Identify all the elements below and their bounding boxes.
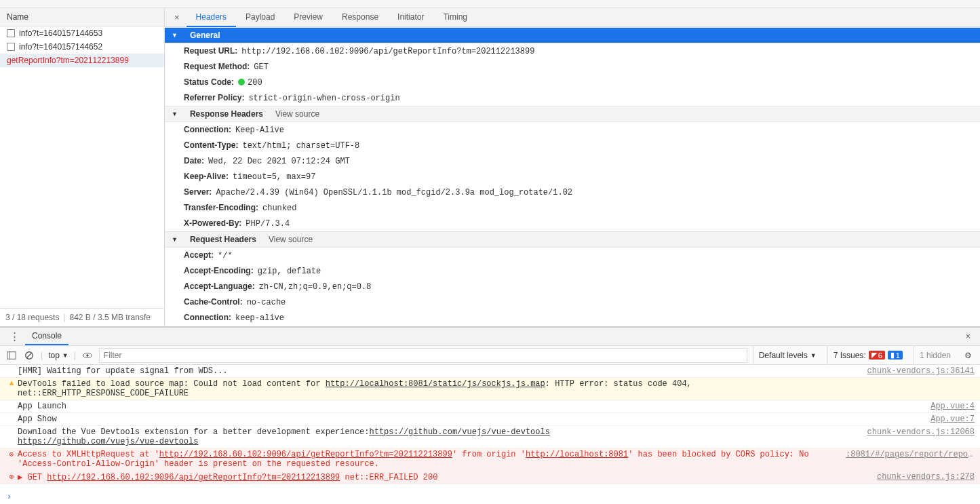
console-row: ▲DevTools failed to load source map: Cou… [0,378,980,400]
filter-input[interactable] [99,348,747,363]
header-row: Keep-Alive:timeout=5, max=97 [165,169,980,185]
console-message: ▶ GET http://192.168.60.102:9096/api/get… [18,472,846,482]
request-detail-pane: × HeadersPayloadPreviewResponseInitiator… [165,8,980,326]
console-row: [HMR] Waiting for update signal from WDS… [0,365,980,378]
header-row: Server:Apache/2.4.39 (Win64) OpenSSL/1.1… [165,185,980,200]
header-row: Accept-Encoding:gzip, deflate [165,263,980,279]
console-row: Download the Vue Devtools extension for … [0,426,980,448]
header-row: X-Powered-By:PHP/7.3.4 [165,216,980,231]
error-badge: ◤6 [869,351,885,360]
section-request-headers[interactable]: ▼ Request Headers View source [165,231,980,248]
console-message: [HMR] Waiting for update signal from WDS… [18,366,846,376]
chevron-down-icon: ▼ [172,111,178,117]
warning-icon: ▲ [5,379,18,387]
kebab-menu-icon[interactable]: ⋮ [4,330,25,343]
drawer-tabs: ⋮ Console × [0,328,980,346]
checkbox-icon[interactable] [7,43,15,51]
console-row: App ShowApp.vue:7 [0,413,980,426]
section-response-headers[interactable]: ▼ Response Headers View source [165,106,980,122]
header-row: Transfer-Encoding:chunked [165,200,980,216]
request-name: getReportInfo?tm=202112213899 [7,56,129,65]
request-item[interactable]: getReportInfo?tm=202112213899 [0,54,164,67]
view-source-link[interactable]: View source [269,235,313,244]
error-icon: ⊗ [5,450,18,459]
status-dot-icon [238,79,245,85]
console-log: [HMR] Waiting for update signal from WDS… [0,365,980,489]
tab-preview[interactable]: Preview [284,8,332,27]
request-list-pane: Name info?t=1640157144653info?t=16401571… [0,8,165,326]
console-link[interactable]: http://localhost:8081 [526,450,628,459]
close-icon[interactable]: × [168,12,187,22]
request-name: info?t=1640157144652 [19,42,102,52]
chevron-down-icon: ▼ [172,236,178,243]
console-toolbar: | top ▼ | Default levels ▼ 7 Issues: ◤6 … [0,346,980,365]
levels-selector[interactable]: Default levels ▼ [753,346,822,364]
console-link[interactable]: http://192.168.60.102:9096/api/getReport… [159,450,452,459]
console-message: DevTools failed to load source map: Coul… [18,379,846,398]
request-item[interactable]: info?t=1640157144653 [0,26,164,40]
source-link[interactable]: chunk-vendors.js:12068 [846,427,975,437]
source-link[interactable]: chunk-vendors.js:36141 [846,366,975,376]
chevron-down-icon: ▼ [62,352,68,359]
console-message: App Show [18,414,846,424]
error-icon: ⊗ [5,472,18,481]
issues-button[interactable]: 7 Issues: ◤6 ▮1 [827,346,908,364]
header-row: Date:Wed, 22 Dec 2021 07:12:24 GMT [165,153,980,169]
close-icon[interactable]: × [960,332,976,341]
status-code-value: 200 [238,78,262,88]
section-general[interactable]: ▼ General [165,27,980,43]
svg-rect-0 [7,351,16,359]
chevron-down-icon: ▼ [172,32,178,39]
tab-response[interactable]: Response [332,8,388,27]
header-row: Cache-Control:no-cache [165,294,980,310]
console-link[interactable]: https://github.com/vuejs/vue-devtools [18,437,198,446]
network-panel: Name info?t=1640157144653info?t=16401571… [0,8,980,327]
request-item[interactable]: info?t=1640157144652 [0,40,164,54]
tab-initiator[interactable]: Initiator [388,8,433,27]
console-link[interactable]: http://192.168.60.102:9096/api/getReport… [47,473,340,482]
header-row: Accept:*/* [165,248,980,263]
console-drawer: ⋮ Console × | top ▼ | Default levels ▼ 7… [0,327,980,504]
checkbox-icon[interactable] [7,29,15,37]
request-status-bar: 3 / 18 requests | 842 B / 3.5 MB transfe [0,308,164,326]
context-selector[interactable]: top ▼ [48,351,68,360]
console-link[interactable]: https://github.com/vuejs/vue-devtools [369,427,549,437]
hidden-count[interactable]: 1 hidden [914,346,956,364]
detail-body: ▼ General Request URL:http://192.168.60.… [165,27,980,326]
request-list: info?t=1640157144653info?t=1640157144652… [0,26,164,308]
tab-timing[interactable]: Timing [433,8,477,27]
svg-point-5 [86,354,89,357]
console-link[interactable]: http://localhost:8081/static/js/sockjs.j… [326,379,545,389]
chevron-down-icon: ▼ [810,352,817,359]
request-count: 3 / 18 requests [5,313,59,322]
console-prompt[interactable]: › [0,489,980,504]
console-message: Download the Vue Devtools extension for … [18,427,846,446]
view-source-link[interactable]: View source [275,109,319,119]
header-row: Accept-Language:zh-CN,zh;q=0.9,en;q=0.8 [165,279,980,294]
svg-line-3 [27,353,32,357]
tab-headers[interactable]: Headers [187,8,236,27]
clear-console-icon[interactable] [23,349,35,362]
console-message: Access to XMLHttpRequest at 'http://192.… [18,450,846,469]
referrer-policy-value: strict-origin-when-cross-origin [248,94,399,103]
timeline-ruler [0,0,980,8]
eye-icon[interactable] [81,349,94,362]
source-link[interactable]: chunk-vendors.js:278 [846,472,975,482]
console-row: App LaunchApp.vue:4 [0,400,980,413]
gear-icon[interactable]: ⚙ [962,351,975,360]
detail-tabs: × HeadersPayloadPreviewResponseInitiator… [165,8,980,27]
source-link[interactable]: App.vue:4 [846,402,975,411]
transfer-size: 842 B / 3.5 MB transfe [70,313,151,322]
console-row: ⊗Access to XMLHttpRequest at 'http://192… [0,448,980,471]
tab-payload[interactable]: Payload [236,8,284,27]
request-list-header-name[interactable]: Name [0,8,164,26]
tab-console[interactable]: Console [25,328,68,345]
request-name: info?t=1640157144653 [19,28,102,38]
header-row: Content-Type:text/html; charset=UTF-8 [165,138,980,153]
source-link[interactable]: :8081/#/pages/report/report:1 [846,450,975,459]
header-row: Connection:Keep-Alive [165,122,980,138]
source-link[interactable]: App.vue:7 [846,414,975,424]
console-row: ⊗▶ GET http://192.168.60.102:9096/api/ge… [0,471,980,484]
info-badge: ▮1 [888,351,903,360]
sidebar-toggle-icon[interactable] [5,349,18,362]
